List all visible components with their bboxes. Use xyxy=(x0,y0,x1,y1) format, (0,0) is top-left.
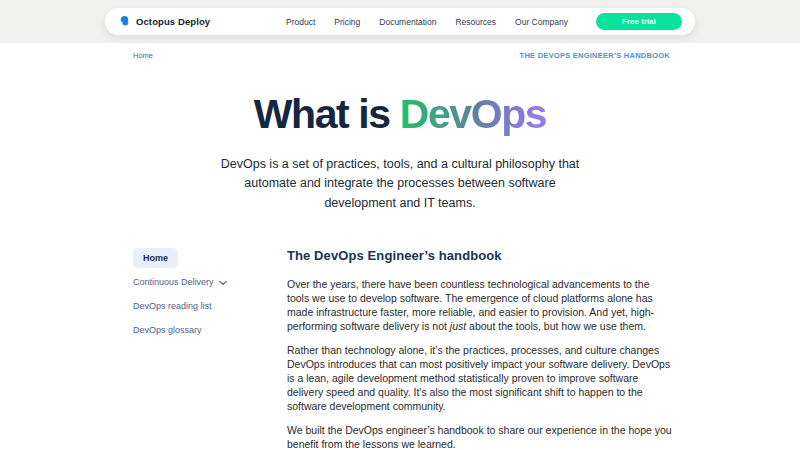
sidebar-item-home[interactable]: Home xyxy=(133,248,178,268)
chevron-down-icon xyxy=(219,280,227,286)
breadcrumb-row: Home THE DEVOPS ENGINEER’S HANDBOOK xyxy=(133,51,670,60)
brand-logo[interactable]: Octopus Deploy xyxy=(118,15,258,28)
sidebar-item-continuous-delivery[interactable]: Continuous Delivery xyxy=(133,277,261,287)
navbar: Octopus Deploy Product Pricing Documenta… xyxy=(105,8,695,35)
paragraph-italic-text: just xyxy=(450,320,466,332)
article-heading: The DevOps Engineer’s handbook xyxy=(287,248,672,263)
page-title-highlight: DevOps xyxy=(400,91,547,137)
brand-name: Octopus Deploy xyxy=(136,16,210,27)
nav-link-pricing[interactable]: Pricing xyxy=(334,17,360,27)
page-title-prefix: What is xyxy=(254,91,400,137)
article-paragraph-2: Rather than technology alone, it’s the p… xyxy=(287,344,672,414)
sidebar-item-label: Continuous Delivery xyxy=(133,277,214,287)
nav-links: Product Pricing Documentation Resources … xyxy=(258,17,596,27)
breadcrumb-home-link[interactable]: Home xyxy=(133,51,153,60)
content-area: Home Continuous Delivery DevOps reading … xyxy=(133,246,672,450)
nav-link-documentation[interactable]: Documentation xyxy=(379,17,436,27)
hero-subtitle: DevOps is a set of practices, tools, and… xyxy=(209,155,591,213)
free-trial-button[interactable]: Free trial xyxy=(596,13,682,30)
nav-link-our-company[interactable]: Our Company xyxy=(515,17,568,27)
paragraph-text: about the tools, but how we use them. xyxy=(466,320,646,332)
sidebar-item-devops-glossary[interactable]: DevOps glossary xyxy=(133,325,261,335)
octopus-logo-icon xyxy=(118,15,131,28)
sidebar-item-label: DevOps glossary xyxy=(133,325,202,335)
sidebar: Home Continuous Delivery DevOps reading … xyxy=(133,246,261,450)
main-article: The DevOps Engineer’s handbook Over the … xyxy=(261,246,672,450)
article-paragraph-3: We built the DevOps engineer’s handbook … xyxy=(287,424,672,450)
hero-section: What is DevOps DevOps is a set of practi… xyxy=(0,91,800,213)
sidebar-item-home-wrap: Home xyxy=(133,247,261,268)
nav-link-product[interactable]: Product xyxy=(286,17,315,27)
sidebar-item-label: DevOps reading list xyxy=(133,301,212,311)
nav-link-resources[interactable]: Resources xyxy=(455,17,496,27)
handbook-link[interactable]: THE DEVOPS ENGINEER’S HANDBOOK xyxy=(520,51,670,60)
sidebar-item-devops-reading-list[interactable]: DevOps reading list xyxy=(133,301,261,311)
article-paragraph-1: Over the years, there have been countles… xyxy=(287,278,672,334)
page-title: What is DevOps xyxy=(0,91,800,138)
